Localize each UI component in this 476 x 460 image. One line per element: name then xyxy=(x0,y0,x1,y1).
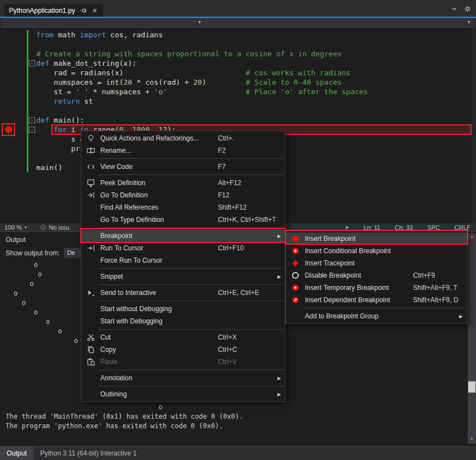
code-text: def make_dot_string(x): xyxy=(36,59,137,67)
menu-item-breakpoint[interactable]: Breakpoint▶ xyxy=(81,230,285,242)
code-text: st = ' ' * numspaces + 'o' # Place 'o' a… xyxy=(36,88,368,96)
menu-item-send-to-interactive[interactable]: Send to InteractiveCtrl+E, Ctrl+E xyxy=(81,287,285,299)
submenu-arrow-icon: ▶ xyxy=(278,234,281,239)
output-source-value: De xyxy=(67,249,75,256)
menu-item-insert-conditional-breakpoint[interactable]: Insert Conditional Breakpoint xyxy=(286,245,467,257)
menu-item-rename[interactable]: Rename...F2 xyxy=(81,144,285,157)
menu-item-quick-actions-and-refactorings[interactable]: Quick Actions and Refactorings...Ctrl+. xyxy=(81,132,285,144)
hscroll-right-arrow-icon[interactable]: ▶ xyxy=(346,225,349,230)
breakpoint-dependent-icon xyxy=(291,296,300,304)
code-text: pr xyxy=(36,144,80,153)
menu-item-label: Go To Type Definition xyxy=(100,216,164,224)
scroll-up-arrow-icon[interactable]: ▲ xyxy=(468,234,476,239)
menu-item-go-to-definition[interactable]: Go To DefinitionF12 xyxy=(81,189,285,201)
menu-item-shortcut: Ctrl+F9 xyxy=(413,272,435,279)
view-code-icon xyxy=(86,162,95,171)
code-line: numspaces = int(20 * cos(rad) + 20) # Sc… xyxy=(36,78,472,87)
menu-item-label: Outlining xyxy=(100,390,127,398)
menu-item-label: Send to Interactive xyxy=(100,289,156,297)
menu-item-start-without-debugging[interactable]: Start without Debugging xyxy=(81,303,285,315)
menu-item-label: Find All References xyxy=(100,204,158,211)
menu-item-disable-breakpoint[interactable]: Disable BreakpointCtrl+F9 xyxy=(286,269,467,282)
menu-item-outlining[interactable]: Outlining▶ xyxy=(81,388,285,400)
code-line: # Create a string with spaces proportion… xyxy=(36,49,472,59)
submenu-arrow-icon: ▶ xyxy=(278,392,281,397)
menu-item-find-all-references[interactable]: Find All ReferencesShift+F12 xyxy=(81,201,285,214)
code-line: rad = radians(x) # cos works with radian… xyxy=(36,68,472,78)
menu-item-copy[interactable]: CopyCtrl+C xyxy=(81,343,285,356)
menu-item-label: Disable Breakpoint xyxy=(305,272,361,279)
code-line: -def main(): xyxy=(36,115,472,125)
context-menu: Quick Actions and Refactorings...Ctrl+.R… xyxy=(81,130,285,402)
menu-item-insert-breakpoint[interactable]: Insert Breakpoint xyxy=(286,233,467,245)
column-indicator[interactable]: Ch: 33 xyxy=(395,224,412,231)
menu-item-annotation[interactable]: Annotation▶ xyxy=(81,372,285,384)
menu-item-label: Copy xyxy=(100,346,116,354)
go-to-definition-icon xyxy=(86,191,95,200)
document-tab-strip: PythonApplication1.py xyxy=(0,0,476,17)
navigation-dropdown-left[interactable]: ▾ xyxy=(3,18,203,28)
copy-icon xyxy=(86,345,95,354)
menu-item-shortcut: Ctrl+. xyxy=(218,134,234,142)
menu-separator xyxy=(98,284,284,285)
blank-icon xyxy=(86,203,95,212)
fold-collapse-icon[interactable]: - xyxy=(29,117,35,123)
menu-item-go-to-type-definition[interactable]: Go To Type DefinitionCtrl+K, Ctrl+Shift+… xyxy=(81,214,285,226)
code-line: st = ' ' * numspaces + 'o' # Place 'o' a… xyxy=(36,87,472,96)
code-text: def main(): xyxy=(36,116,84,124)
zoom-control[interactable]: 100 % ▾ xyxy=(4,224,27,231)
menu-item-insert-dependent-breakpoint[interactable]: Insert Dependent BreakpointShift+Alt+F9,… xyxy=(286,294,467,306)
settings-gear-icon[interactable] xyxy=(464,5,472,13)
document-tab-title: PythonApplication1.py xyxy=(9,7,75,14)
menu-item-shortcut: F2 xyxy=(218,147,226,154)
menu-separator xyxy=(98,301,284,301)
chevron-down-icon: ▾ xyxy=(25,225,27,230)
menu-item-label: Insert Temporary Breakpoint xyxy=(305,284,389,292)
menu-item-start-with-debugging[interactable]: Start with Debugging xyxy=(81,315,285,327)
tool-window-tab-python-3-11-64-bit-interactive-1[interactable]: Python 3.11 (64-bit) Interactive 1 xyxy=(33,447,143,460)
menu-item-shortcut: F12 xyxy=(218,191,230,199)
fold-collapse-icon[interactable]: - xyxy=(29,127,35,133)
output-vertical-scrollbar[interactable]: ▲ ▼ xyxy=(468,233,476,444)
fold-collapse-icon[interactable]: - xyxy=(29,60,35,66)
editor-vertical-scrollbar[interactable] xyxy=(472,28,476,223)
menu-item-view-code[interactable]: View CodeF7 xyxy=(81,161,285,173)
editor-navigation-bar: ▾ ▾ xyxy=(0,18,476,28)
chevron-down-icon[interactable] xyxy=(450,5,458,13)
submenu-arrow-icon: ▶ xyxy=(278,274,281,279)
menu-item-insert-temporary-breakpoint[interactable]: Insert Temporary BreakpointShift+Alt+F9,… xyxy=(286,282,467,294)
tool-window-tab-output[interactable]: Output xyxy=(0,447,33,460)
code-text: main() xyxy=(36,163,62,172)
close-icon[interactable] xyxy=(91,7,99,14)
menu-separator xyxy=(98,268,284,269)
navigation-dropdown-right[interactable]: ▾ xyxy=(205,18,473,28)
menu-item-insert-tracepoint[interactable]: Insert Tracepoint xyxy=(286,257,467,269)
quick-actions-icon xyxy=(86,134,95,143)
code-line xyxy=(36,40,472,49)
menu-separator xyxy=(303,308,465,308)
menu-item-shortcut: Shift+Alt+F9, T xyxy=(413,284,458,292)
peek-definition-icon xyxy=(86,178,95,187)
menu-item-peek-definition[interactable]: Peek DefinitionAlt+F12 xyxy=(81,177,285,189)
breakpoint-glyph[interactable] xyxy=(5,126,12,133)
menu-item-paste[interactable]: PasteCtrl+V xyxy=(81,356,285,368)
menu-item-run-to-cursor[interactable]: Run To CursorCtrl+F10 xyxy=(81,242,285,254)
code-text: s = xyxy=(36,135,84,143)
show-output-from-label: Show output from: xyxy=(6,249,60,257)
document-health-indicator[interactable]: No issu xyxy=(40,224,70,231)
menu-item-label: Annotation xyxy=(100,374,132,382)
menu-item-label: Start with Debugging xyxy=(100,317,162,325)
line-ending-indicator[interactable]: CRLF xyxy=(454,224,470,231)
line-indicator[interactable]: Ln: 11 xyxy=(363,224,380,231)
menu-item-shortcut: Shift+F12 xyxy=(218,204,247,211)
pin-icon[interactable] xyxy=(79,7,87,14)
spaces-indicator[interactable]: SPC xyxy=(428,224,440,231)
menu-item-force-run-to-cursor[interactable]: Force Run To Cursor xyxy=(81,254,285,267)
document-tab[interactable]: PythonApplication1.py xyxy=(4,4,103,17)
scrollbar-thumb[interactable] xyxy=(468,381,475,393)
menu-item-add-to-breakpoint-group[interactable]: Add to Breakpoint Group▶ xyxy=(286,310,467,322)
menu-item-snippet[interactable]: Snippet▶ xyxy=(81,270,285,283)
submenu-arrow-icon: ▶ xyxy=(459,314,463,319)
menu-item-cut[interactable]: CutCtrl+X xyxy=(81,331,285,343)
scroll-down-arrow-icon[interactable]: ▼ xyxy=(468,437,476,442)
